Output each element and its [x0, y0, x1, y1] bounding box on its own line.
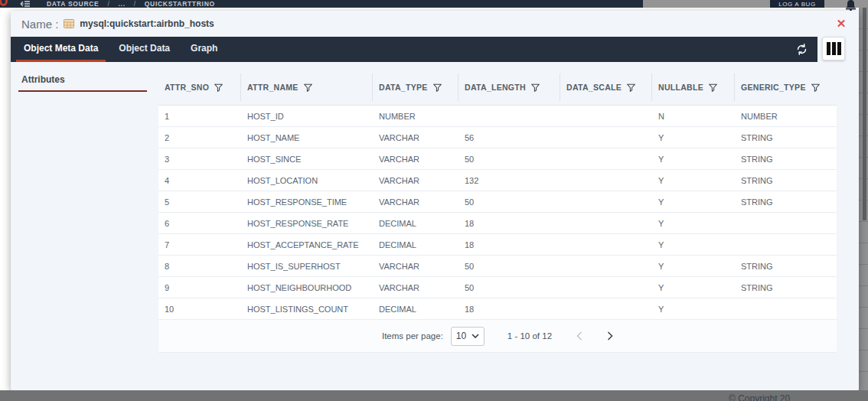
breadcrumb-bar: DATA SOURCE / ... / QUICKSTARTTRINO: [0, 0, 643, 8]
page-scrollbar: [863, 8, 866, 220]
filter-icon[interactable]: [708, 83, 718, 93]
column-header-data-length[interactable]: DATA_LENGTH: [458, 73, 560, 101]
refresh-icon: [795, 43, 808, 56]
table-cell: Y: [652, 219, 735, 228]
table-cell: N: [652, 112, 735, 121]
table-cell: NUMBER: [735, 112, 837, 121]
table-cell: STRING: [735, 262, 837, 271]
column-header-data-type[interactable]: DATA_TYPE: [373, 73, 458, 101]
table-cell: HOST_RESPONSE_TIME: [241, 197, 373, 207]
filter-icon[interactable]: [214, 83, 224, 93]
table-cell: 7: [158, 240, 241, 249]
breadcrumb-item-data-source[interactable]: DATA SOURCE: [47, 0, 99, 8]
page-range-text: 1 - 10 of 12: [507, 331, 552, 341]
table-cell: Y: [652, 155, 735, 164]
filter-icon[interactable]: [811, 83, 821, 93]
items-per-page-label: Items per page:: [382, 331, 443, 341]
column-header-generic-type[interactable]: GENERIC_TYPE: [735, 73, 837, 101]
next-page-button[interactable]: [607, 331, 613, 341]
table-cell: 50: [458, 197, 560, 207]
table-icon: [64, 19, 74, 28]
breadcrumb-separator: /: [134, 0, 136, 8]
table-cell: 1: [158, 112, 241, 121]
sidebar: Attributes: [11, 62, 158, 353]
table-cell: 5: [158, 197, 241, 207]
refresh-button[interactable]: [795, 43, 808, 56]
breadcrumb-item-quickstarttrino[interactable]: QUICKSTARTTRINO: [145, 0, 215, 8]
column-header-nullable[interactable]: NULLABLE: [652, 73, 735, 101]
table-header: ATTR_SNO ATTR_NAME DATA_TYPE DATA_LENGTH…: [158, 70, 837, 105]
table-cell: 4: [158, 176, 241, 185]
table-cell: Y: [652, 197, 735, 207]
table-cell: DECIMAL: [373, 219, 458, 228]
table-row: 7HOST_ACCEPTANCE_RATEDECIMAL18Y: [158, 234, 837, 256]
table-body: 1HOST_IDNUMBERNNUMBER2HOST_NAMEVARCHAR56…: [158, 105, 837, 320]
object-details-modal: Name : mysql:quickstart:airbnb_hosts ✕ O…: [11, 11, 859, 390]
object-name: mysql:quickstart:airbnb_hosts: [80, 18, 214, 29]
table-cell: HOST_NAME: [241, 133, 373, 142]
sidebar-item-attributes[interactable]: Attributes: [18, 74, 147, 92]
table-cell: HOST_NEIGHBOURHOOD: [241, 283, 373, 292]
table-cell: 2: [158, 133, 241, 142]
column-header-data-scale[interactable]: DATA_SCALE: [560, 73, 652, 101]
attributes-panel: ATTR_SNO ATTR_NAME DATA_TYPE DATA_LENGTH…: [158, 70, 837, 353]
s-logo-icon: [0, 0, 8, 6]
table-cell: STRING: [735, 197, 837, 207]
column-settings-button[interactable]: [822, 37, 845, 60]
column-header-attr-sno[interactable]: ATTR_SNO: [158, 73, 241, 101]
table-cell: 18: [458, 305, 560, 314]
table-cell: 3: [158, 155, 241, 164]
table-cell: 50: [458, 155, 560, 164]
modal-title-row: Name : mysql:quickstart:airbnb_hosts: [11, 11, 859, 37]
table-cell: 6: [158, 219, 241, 228]
filter-icon[interactable]: [432, 83, 442, 93]
items-per-page-select[interactable]: 10: [451, 327, 485, 346]
filter-icon[interactable]: [303, 83, 313, 93]
table-cell: HOST_LOCATION: [241, 176, 373, 185]
table-row: 4HOST_LOCATIONVARCHAR132YSTRING: [158, 170, 837, 191]
table-cell: HOST_LISTINGS_COUNT: [241, 305, 373, 314]
tab-object-data[interactable]: Object Data: [111, 37, 178, 62]
table-cell: Y: [652, 283, 735, 292]
table-cell: HOST_IS_SUPERHOST: [241, 262, 373, 271]
table-cell: VARCHAR: [373, 133, 458, 142]
filter-icon[interactable]: [530, 83, 540, 93]
table-cell: 132: [458, 176, 560, 185]
table-cell: VARCHAR: [373, 155, 458, 164]
dimmed-footer: © Copyright 20: [0, 390, 868, 401]
paginator: Items per page: 10 1 - 10 of 12: [158, 320, 837, 353]
table-cell: STRING: [735, 176, 837, 185]
table-cell: Y: [652, 240, 735, 249]
table-row: 3HOST_SINCEVARCHAR50YSTRING: [158, 148, 837, 170]
tab-object-meta-data[interactable]: Object Meta Data: [16, 37, 106, 62]
table-cell: 18: [458, 219, 560, 228]
table-cell: HOST_RESPONSE_RATE: [241, 219, 373, 228]
table-cell: VARCHAR: [373, 262, 458, 271]
table-cell: 56: [458, 133, 560, 142]
table-cell: HOST_ID: [241, 112, 373, 121]
table-cell: STRING: [735, 155, 837, 164]
table-cell: Y: [652, 262, 735, 271]
close-icon[interactable]: ✕: [834, 17, 848, 31]
tab-graph[interactable]: Graph: [183, 37, 225, 62]
breadcrumb-item-ellipsis[interactable]: ...: [119, 0, 126, 8]
table-cell: Y: [652, 176, 735, 185]
table-cell: STRING: [735, 133, 837, 142]
table-cell: HOST_ACCEPTANCE_RATE: [241, 240, 373, 249]
column-header-attr-name[interactable]: ATTR_NAME: [241, 73, 373, 101]
table-cell: HOST_SINCE: [241, 155, 373, 164]
bell-icon[interactable]: [844, 0, 857, 11]
breadcrumb: DATA SOURCE / ... / QUICKSTARTTRINO: [47, 0, 215, 8]
table-row: 9HOST_NEIGHBOURHOODVARCHAR50YSTRING: [158, 277, 837, 298]
log-a-bug-button[interactable]: LOG A BUG: [770, 0, 824, 8]
table-cell: NUMBER: [373, 112, 458, 121]
menu-collapse-icon[interactable]: [20, 0, 31, 8]
table-cell: 8: [158, 262, 241, 271]
table-cell: 50: [458, 262, 560, 271]
chevron-left-icon: [576, 331, 582, 341]
filter-icon[interactable]: [626, 83, 636, 93]
copyright-text: © Copyright 20: [729, 393, 790, 401]
previous-page-button[interactable]: [576, 331, 582, 341]
topbar: DATA SOURCE / ... / QUICKSTARTTRINO LOG …: [0, 0, 868, 8]
table-cell: VARCHAR: [373, 176, 458, 185]
